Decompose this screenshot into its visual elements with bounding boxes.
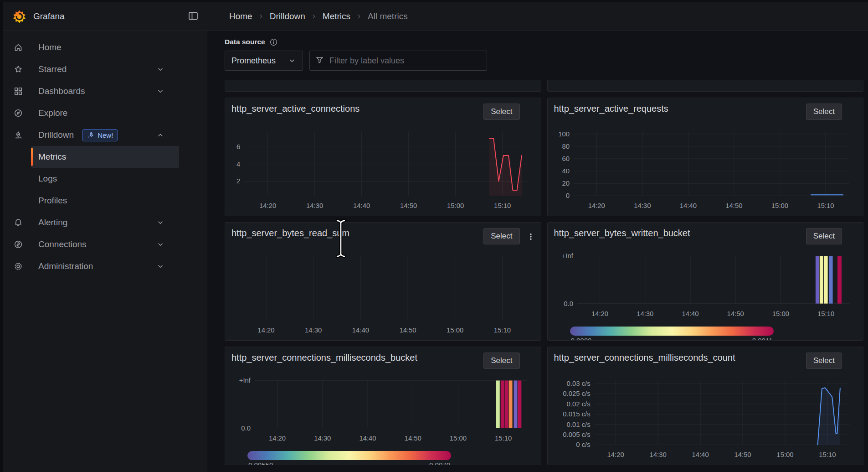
grafana-app: Grafana HomeDrilldownMetricsAll metrics … (0, 0, 868, 472)
svg-text:0.015 c/s: 0.015 c/s (563, 410, 590, 418)
funnel-icon (315, 56, 324, 66)
dock-sidebar-icon[interactable] (187, 10, 199, 22)
metric-chart[interactable]: 14:2014:3014:4014:5015:0015:100204060801… (548, 98, 863, 216)
svg-text:0 c/s: 0 c/s (576, 441, 590, 448)
sidebar-item-label: Administration (38, 261, 93, 271)
svg-text:15:10: 15:10 (494, 327, 511, 334)
sidebar-item-connections[interactable]: Connections (4, 233, 179, 255)
svg-text:2: 2 (236, 177, 240, 185)
svg-text:+Inf: +Inf (561, 252, 573, 259)
svg-text:14:20: 14:20 (269, 435, 286, 442)
sidebar-item-label: Connections (38, 239, 87, 249)
sidebar-item-label: Dashboards (38, 86, 85, 96)
metric-chart[interactable]: 14:2014:3014:4014:5015:0015:10 (225, 223, 541, 340)
sidebar-item-starred[interactable]: Starred (4, 58, 179, 80)
sidebar-menu: Home Starred Dashboards Explore Drilldow… (0, 36, 207, 277)
chevron-up-icon (156, 131, 164, 139)
metric-panel-http_server_connections_milliseconds_bucket: http_server_connections_milliseconds_buc… (225, 347, 541, 465)
grafana-logo (12, 9, 27, 24)
metric-chart[interactable]: 14:2014:3014:4014:5015:0015:10246 (225, 98, 541, 216)
svg-text:15:00: 15:00 (447, 327, 463, 334)
topbar-brand-section: Grafana (0, 2, 207, 31)
breadcrumb-item-drilldown[interactable]: Drilldown (270, 11, 305, 21)
svg-text:14:30: 14:30 (314, 435, 331, 442)
svg-text:14:30: 14:30 (637, 310, 653, 317)
svg-text:14:50: 14:50 (399, 327, 416, 334)
svg-text:14:50: 14:50 (727, 310, 744, 317)
data-source-label: Data source (225, 38, 265, 46)
svg-text:14:50: 14:50 (400, 202, 417, 209)
sidebar-item-drilldown[interactable]: Drilldown New! (4, 124, 179, 146)
svg-text:15:00: 15:00 (776, 451, 793, 458)
metric-panel-http_server_bytes_written_bucket: http_server_bytes_written_bucket Select … (547, 222, 864, 341)
svg-text:14:20: 14:20 (607, 451, 624, 458)
svg-text:6: 6 (236, 143, 240, 150)
metrics-grid: http_server_active_connections Select 14… (207, 71, 868, 469)
partial-panel (225, 80, 541, 92)
breadcrumb: HomeDrilldownMetricsAll metrics (207, 2, 408, 31)
sidebar-item-administration[interactable]: Administration (4, 255, 179, 277)
svg-text:0.02 c/s: 0.02 c/s (566, 400, 590, 408)
info-icon[interactable] (270, 38, 277, 46)
metric-chart[interactable]: 14:2014:3014:4014:5015:0015:10+Inf0.0 (548, 223, 863, 340)
svg-text:14:20: 14:20 (259, 202, 276, 209)
svg-text:+Inf: +Inf (239, 377, 251, 384)
svg-text:14:20: 14:20 (257, 327, 274, 334)
color-scale-min: 0.00550 (248, 461, 273, 465)
sidebar-item-metrics[interactable]: Metrics (31, 146, 179, 168)
metric-panel-http_server_bytes_read_sum: http_server_bytes_read_sum Select 14:201… (225, 222, 541, 341)
metric-chart[interactable]: 14:2014:3014:4014:5015:0015:100 c/s0.005… (548, 347, 863, 465)
svg-text:15:00: 15:00 (771, 202, 788, 209)
sidebar-item-home[interactable]: Home (4, 36, 179, 58)
color-scale-max: 0.0011 (752, 337, 773, 341)
sidebar-item-label: Logs (38, 174, 57, 184)
datasource-select[interactable]: Prometheus (225, 51, 303, 71)
label-filter-input[interactable] (329, 56, 481, 66)
svg-text:15:00: 15:00 (772, 310, 789, 317)
svg-text:15:10: 15:10 (494, 202, 511, 209)
connections-icon (14, 239, 24, 249)
svg-text:0.005 c/s: 0.005 c/s (563, 431, 590, 438)
partial-panel (547, 80, 864, 92)
svg-text:4: 4 (236, 161, 240, 168)
svg-text:14:30: 14:30 (649, 451, 666, 458)
svg-text:60: 60 (562, 155, 570, 162)
sidebar-item-dashboards[interactable]: Dashboards (4, 80, 179, 102)
datasource-value: Prometheus (231, 56, 276, 66)
svg-text:14:40: 14:40 (353, 202, 370, 209)
color-gradient-bar (570, 327, 774, 336)
heatmap-color-scale: 0.00550 0.0070 (247, 451, 451, 465)
chevron-down-icon (156, 65, 164, 73)
sidebar-item-profiles[interactable]: Profiles (31, 190, 179, 212)
drilldown-icon (14, 130, 24, 140)
breadcrumb-item-metrics[interactable]: Metrics (323, 11, 350, 21)
breadcrumb-item-all-metrics: All metrics (368, 11, 408, 21)
metric-panel-http_server_connections_milliseconds_count: http_server_connections_milliseconds_cou… (547, 347, 864, 465)
svg-text:0.025 c/s: 0.025 c/s (563, 390, 590, 397)
breadcrumb-item-home[interactable]: Home (229, 11, 252, 21)
label-filter (309, 51, 487, 71)
chevron-down-icon (156, 87, 164, 95)
chevron-down-icon (156, 218, 164, 227)
svg-text:0: 0 (565, 192, 569, 199)
brand-name: Grafana (33, 11, 65, 21)
bell-icon (14, 218, 24, 228)
main-content: Data source Prometheus (207, 31, 868, 472)
svg-text:0.0: 0.0 (241, 425, 251, 432)
sidebar-item-label: Home (38, 42, 62, 52)
chevron-down-icon (156, 240, 164, 249)
sidebar-item-explore[interactable]: Explore (4, 102, 179, 124)
metric-chart[interactable]: 14:2014:3014:4014:5015:0015:10+Inf0.0 (225, 347, 541, 465)
compass-icon (14, 108, 24, 118)
scroll-edge[interactable] (0, 2, 3, 472)
sidebar-item-label: Drilldown (38, 130, 74, 140)
svg-text:15:00: 15:00 (447, 202, 464, 209)
top-bar: Grafana HomeDrilldownMetricsAll metrics (0, 2, 868, 31)
sidebar-item-label: Metrics (38, 152, 66, 162)
svg-text:14:20: 14:20 (591, 310, 608, 317)
sidebar-item-logs[interactable]: Logs (31, 168, 179, 190)
svg-text:14:40: 14:40 (682, 310, 699, 317)
chevron-down-icon (288, 57, 296, 65)
svg-text:80: 80 (562, 143, 570, 150)
sidebar-item-alerting[interactable]: Alerting (4, 212, 179, 233)
